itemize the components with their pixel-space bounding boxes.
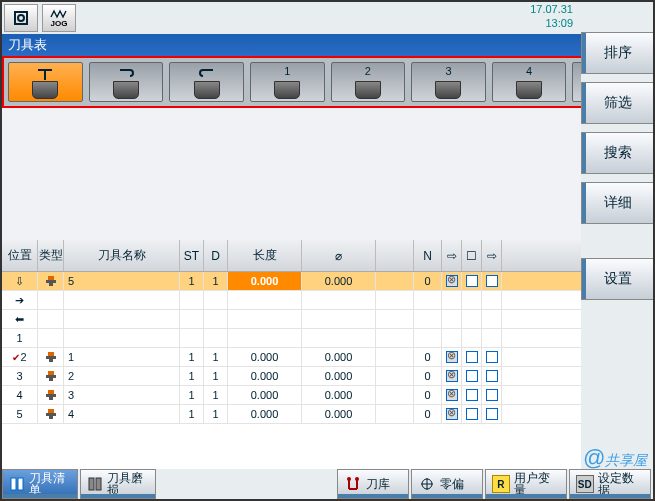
svg-rect-12	[46, 394, 56, 397]
sd-icon: SD	[576, 475, 594, 493]
col-ic2: ☐	[462, 240, 482, 271]
table-header: 位置 类型 刀具名称 ST D 长度 ⌀ N ⇨ ☐ ⇨	[2, 240, 581, 272]
svg-rect-5	[48, 352, 54, 356]
col-d[interactable]: D	[204, 240, 228, 271]
tool-slot-3[interactable]: 1	[250, 62, 325, 102]
title-left: 刀具表	[8, 36, 47, 54]
o-icon	[12, 9, 30, 27]
tool-slot-6[interactable]: 4	[492, 62, 567, 102]
svg-rect-17	[11, 478, 16, 490]
col-n[interactable]: N	[414, 240, 442, 271]
svg-rect-11	[48, 390, 54, 394]
datetime: 17.07.31 13:09	[530, 2, 573, 30]
app-frame: JOG 17.07.31 13:09 刀具表 NEWEAY 12345 排序筛选…	[0, 0, 655, 501]
title-bar: 刀具表 NEWEAY	[2, 34, 653, 56]
btn-tool-list[interactable]: 刀具清单	[2, 469, 78, 499]
svg-point-21	[347, 477, 351, 481]
svg-rect-9	[46, 375, 56, 378]
bottom-bar: 刀具清单 刀具磨损 刀库 零偏 R 用户变量 SD 设定数据	[2, 469, 653, 499]
svg-rect-15	[46, 413, 56, 416]
time-text: 13:09	[530, 16, 573, 30]
jog-label: JOG	[51, 19, 68, 28]
svg-rect-2	[48, 276, 54, 280]
btn-user-var[interactable]: R 用户变量	[485, 469, 567, 499]
col-st[interactable]: ST	[180, 240, 204, 271]
tool-slot-4[interactable]: 2	[331, 62, 406, 102]
side-btn-2[interactable]: 搜索	[581, 132, 653, 174]
tool-slot-5[interactable]: 3	[411, 62, 486, 102]
btn-magazine[interactable]: 刀库	[337, 469, 409, 499]
tool-list-icon	[9, 475, 25, 493]
tool-wear-icon	[87, 475, 103, 493]
side-btn-1[interactable]: 筛选	[581, 82, 653, 124]
col-sp	[376, 240, 414, 271]
magazine-icon	[344, 475, 362, 493]
side-btn-0[interactable]: 排序	[581, 32, 653, 74]
table-row[interactable]: ⇩5110.0000.0000	[2, 272, 581, 291]
jog-icon	[50, 9, 68, 19]
btn-zero-offset[interactable]: 零偏	[411, 469, 483, 499]
table-row[interactable]: 43110.0000.0000	[2, 386, 581, 405]
col-len[interactable]: 长度	[228, 240, 302, 271]
tool-table: 位置 类型 刀具名称 ST D 长度 ⌀ N ⇨ ☐ ⇨ ⇩5110.0000.…	[2, 240, 581, 469]
tool-slot-2[interactable]	[169, 62, 244, 102]
table-row[interactable]: 54110.0000.0000	[2, 405, 581, 424]
bottom-spacer	[158, 469, 337, 499]
svg-rect-7	[49, 359, 53, 362]
main-area: 根据刀长进行不同长度的显示 位置 类型 刀具名称 ST D 长度 ⌀ N ⇨ ☐…	[2, 108, 581, 469]
btn-setting-data[interactable]: SD 设定数据	[569, 469, 651, 499]
tool-strip: 12345	[2, 56, 653, 108]
svg-rect-3	[46, 280, 56, 283]
table-body: ⇩5110.0000.0000➔⬅1✔21110.0000.000032110.…	[2, 272, 581, 424]
svg-rect-20	[96, 478, 101, 490]
date-text: 17.07.31	[530, 2, 573, 16]
zero-offset-icon	[418, 475, 436, 493]
svg-rect-8	[48, 371, 54, 375]
user-var-icon: R	[492, 475, 510, 493]
table-row[interactable]: ✔21110.0000.0000	[2, 348, 581, 367]
side-btn-4[interactable]: 设置	[581, 258, 653, 300]
svg-rect-6	[46, 356, 56, 359]
side-btn-3[interactable]: 详细	[581, 182, 653, 224]
svg-rect-18	[18, 478, 23, 490]
mode-o-button[interactable]	[4, 4, 38, 32]
table-row[interactable]: ➔	[2, 291, 581, 310]
col-dia[interactable]: ⌀	[302, 240, 376, 271]
svg-rect-16	[49, 416, 53, 419]
svg-rect-13	[49, 397, 53, 400]
table-row[interactable]: 32110.0000.0000	[2, 367, 581, 386]
col-name[interactable]: 刀具名称	[64, 240, 180, 271]
col-ic3: ⇨	[482, 240, 502, 271]
svg-rect-14	[48, 409, 54, 413]
side-panel: 排序筛选搜索详细设置	[581, 2, 653, 472]
mode-jog-button[interactable]: JOG	[42, 4, 76, 32]
svg-rect-10	[49, 378, 53, 381]
svg-rect-0	[15, 12, 27, 24]
table-row[interactable]: 1	[2, 329, 581, 348]
svg-point-1	[18, 15, 24, 21]
top-toolbar: JOG 17.07.31 13:09	[2, 2, 653, 34]
tool-slot-0[interactable]	[8, 62, 83, 102]
col-type[interactable]: 类型	[38, 240, 64, 271]
svg-rect-19	[89, 478, 94, 490]
tool-slot-1[interactable]	[89, 62, 164, 102]
svg-point-22	[355, 477, 359, 481]
table-row[interactable]: ⬅	[2, 310, 581, 329]
svg-rect-4	[49, 283, 53, 286]
col-pos[interactable]: 位置	[2, 240, 38, 271]
col-ic1: ⇨	[442, 240, 462, 271]
btn-tool-wear[interactable]: 刀具磨损	[80, 469, 156, 499]
